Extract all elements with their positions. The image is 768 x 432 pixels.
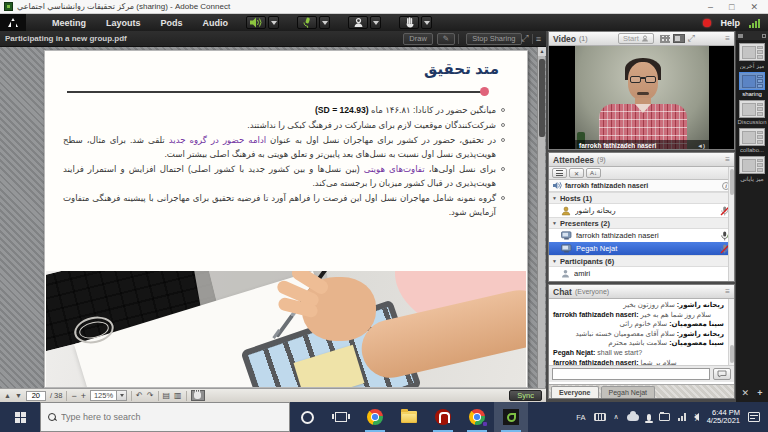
close-button[interactable]: ✕ [750, 0, 758, 14]
slide-scrollbar[interactable]: ▲ [537, 47, 545, 388]
tray-folder-icon[interactable] [659, 413, 670, 421]
signal-bars-icon[interactable] [749, 18, 760, 28]
fit-page-button[interactable]: ▥ [174, 391, 182, 400]
shared-document-title: Participating in a new group.pdf [5, 34, 399, 43]
start-webcam-button[interactable]: Start [618, 33, 654, 44]
sync-button[interactable]: Sync [509, 390, 542, 401]
menu-item-pods[interactable]: Pods [161, 18, 183, 28]
red-app-button[interactable] [426, 402, 460, 432]
raise-hand-button[interactable] [399, 16, 419, 29]
minimize-button[interactable]: – [708, 0, 713, 14]
search-input[interactable] [61, 412, 282, 422]
video-fullscreen-icon[interactable]: ⤢ [688, 33, 695, 44]
help-menu[interactable]: Help [720, 18, 740, 28]
attendee-list-view-button[interactable] [552, 168, 567, 178]
volume-icon[interactable] [694, 413, 699, 421]
filmstrip-view-icon[interactable] [673, 34, 685, 43]
task-view-button[interactable] [324, 402, 358, 432]
cortana-button[interactable] [290, 402, 324, 432]
attendee-row[interactable]: amiri [549, 267, 734, 280]
attendee-name: ریحانه راشور [575, 206, 716, 215]
attendee-name: amiri [574, 269, 730, 278]
video-pod-menu-icon[interactable]: ≡ [725, 34, 730, 43]
attendees-pod: Attendees (9) ≡ ✕ A↓ farrokh fathizadeh … [548, 152, 735, 282]
menu-item-layouts[interactable]: Layouts [106, 18, 141, 28]
attendees-scrollbar[interactable] [728, 167, 734, 281]
chat-scrollbar[interactable] [728, 299, 734, 365]
video-pod-count: (1) [579, 35, 588, 42]
chat-tab[interactable]: Pegah Nejat [601, 386, 656, 398]
zoom-dropdown-icon[interactable] [116, 391, 126, 400]
language-indicator[interactable]: FA [576, 413, 585, 422]
attendee-row[interactable]: ریحانه راشور [549, 204, 734, 217]
touch-keyboard-icon[interactable] [594, 413, 606, 421]
delete-layout-button[interactable]: ✕ [742, 388, 750, 398]
microphone-button[interactable] [297, 16, 317, 29]
active-speaker-name: farrokh fathizadeh naseri [565, 182, 648, 189]
zoom-in-button[interactable]: + [81, 391, 86, 401]
webcam-dropdown[interactable] [370, 16, 381, 29]
tray-microphone-icon[interactable] [647, 414, 651, 421]
share-pod-menu-icon[interactable]: ≡ [536, 34, 541, 44]
network-icon[interactable] [678, 413, 686, 421]
layout-item[interactable]: میز آخرین [736, 43, 768, 69]
microphone-dropdown[interactable] [319, 16, 330, 29]
layouts-menu-icon[interactable] [738, 34, 743, 38]
zoom-level-select[interactable]: 125% [90, 390, 127, 401]
add-layout-button[interactable]: + [757, 388, 762, 398]
file-explorer-button[interactable] [392, 402, 426, 432]
clock[interactable]: 6:44 PM 4/25/2021 [707, 409, 740, 426]
attendee-group-header[interactable]: ▼Presenters (2) [549, 217, 734, 229]
page-number-input[interactable] [26, 391, 46, 401]
speaker-dropdown[interactable] [268, 16, 279, 29]
adobe-connect-taskbar-button[interactable] [494, 402, 528, 432]
layouts-pin-icon[interactable] [762, 34, 766, 38]
action-center-icon[interactable] [748, 412, 760, 422]
page-down-button[interactable]: ▼ [15, 391, 22, 401]
attendee-row[interactable]: farrokh fathizadeh naseri [549, 229, 734, 242]
attendee-group-header[interactable]: ▼Participants (6) [549, 255, 734, 267]
start-button[interactable] [0, 402, 40, 432]
menu-item-meeting[interactable]: Meeting [52, 18, 86, 28]
attendee-status-view-button[interactable]: A↓ [586, 168, 601, 178]
layout-item[interactable]: collabo... [736, 128, 768, 153]
layout-thumbnail [739, 72, 765, 90]
chrome-profile-button[interactable] [460, 402, 494, 432]
grid-view-icon[interactable] [660, 35, 670, 43]
zoom-out-button[interactable]: − [71, 391, 76, 401]
attendee-group-header[interactable]: ▼Hosts (1) [549, 192, 734, 204]
chat-pod-menu-icon[interactable]: ≡ [725, 287, 730, 296]
layout-item[interactable]: sharing [736, 72, 768, 97]
layout-item[interactable]: میز پایانی [736, 156, 768, 182]
draw-button[interactable]: Draw [403, 33, 433, 45]
attendee-row[interactable]: Pegah Nejat [549, 242, 734, 255]
pan-tool-button[interactable] [191, 390, 205, 401]
speaker-button[interactable] [246, 16, 266, 29]
scrollbar-thumb[interactable] [539, 59, 545, 137]
layout-label: میز پایانی [740, 175, 764, 182]
pointer-tool-button[interactable]: ✎ [437, 33, 455, 45]
onedrive-icon[interactable] [627, 414, 639, 421]
breakout-view-button[interactable]: ✕ [569, 168, 584, 178]
chrome-taskbar-button[interactable] [358, 402, 392, 432]
rotate-left-button[interactable]: ↶ [136, 391, 143, 400]
fit-width-button[interactable]: ▤ [163, 391, 171, 400]
webcam-button[interactable] [348, 16, 368, 29]
send-message-button[interactable] [713, 368, 731, 380]
rotate-right-button[interactable]: ↷ [147, 391, 154, 400]
attendees-pod-menu-icon[interactable]: ≡ [725, 155, 730, 164]
raise-hand-dropdown[interactable] [421, 16, 432, 29]
menu-item-audio[interactable]: Audio [203, 18, 229, 28]
collapse-arrow-icon: ▼ [552, 258, 557, 264]
menu-bar: MeetingLayoutsPodsAudio Help [0, 14, 768, 31]
layout-item[interactable]: Discussion [736, 100, 768, 125]
taskbar-search[interactable] [40, 402, 290, 432]
chat-tab[interactable]: Everyone [551, 386, 599, 398]
maximize-button[interactable]: □ [729, 0, 734, 14]
page-up-button[interactable]: ▲ [4, 391, 11, 401]
chat-input[interactable] [552, 368, 710, 380]
stop-sharing-button[interactable]: Stop Sharing [466, 33, 521, 45]
webcam-icon [561, 244, 572, 253]
hidden-icons-chevron[interactable]: ∧ [614, 413, 619, 421]
share-fullscreen-icon[interactable]: ⤢ [522, 33, 529, 44]
